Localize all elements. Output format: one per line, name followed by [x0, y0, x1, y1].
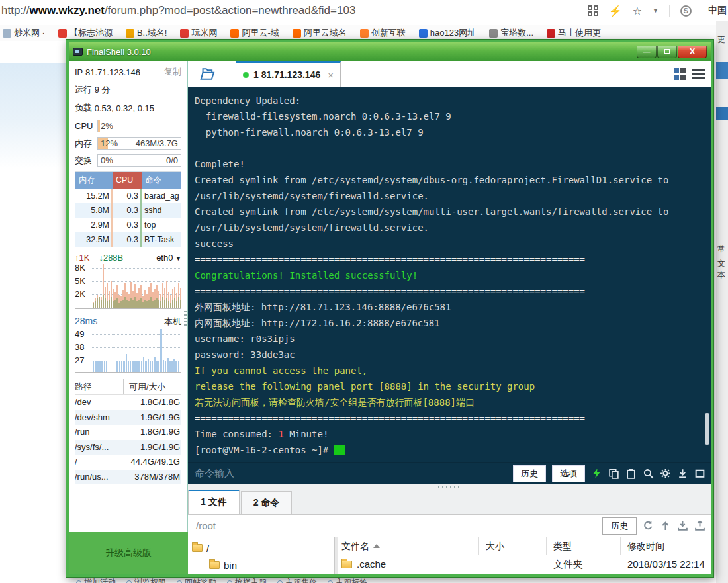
- copy-icon[interactable]: [608, 468, 619, 479]
- bookmark-item[interactable]: 玩米网: [180, 27, 217, 39]
- file-path-bar: /root 历史: [188, 515, 711, 537]
- directory-tree[interactable]: /bin: [188, 537, 335, 574]
- ping-bar: [136, 361, 138, 372]
- file-col-size[interactable]: 大小: [479, 537, 547, 555]
- maximize-button[interactable]: [657, 46, 677, 58]
- bookmark-item[interactable]: 宝塔数...: [489, 27, 533, 39]
- upload-tray-icon[interactable]: [694, 520, 705, 531]
- terminal-line: If you cannot access the panel,: [195, 363, 711, 379]
- disk-path: /dev/shm: [75, 410, 124, 426]
- bottom-tab-commands[interactable]: 2 命令: [241, 491, 293, 514]
- process-table[interactable]: 内存 CPU 命令 15.2M0.3barad_ag5.8M0.3sshd2.9…: [75, 171, 181, 247]
- process-col-cmd[interactable]: 命令: [142, 172, 181, 189]
- tree-item[interactable]: /: [188, 539, 334, 557]
- file-table[interactable]: 文件名 大小 类型 修改时间 .cache文件夹2018/03/15 22:14: [335, 537, 711, 574]
- command-input[interactable]: 命令输入: [195, 467, 234, 480]
- download-icon[interactable]: [677, 468, 688, 479]
- bookmark-item[interactable]: B..域名!: [126, 27, 167, 39]
- net-down-bar: [170, 303, 171, 308]
- qr-code-icon[interactable]: [588, 5, 598, 16]
- star-icon[interactable]: ☆: [633, 5, 642, 17]
- forum-option-link[interactable]: 增加活动: [76, 577, 116, 583]
- command-input-bar[interactable]: 命令输入 历史 选项: [188, 462, 711, 484]
- forum-option-link[interactable]: 主题标签: [328, 577, 367, 583]
- disk-row[interactable]: /sys/fs/...1.9G/1.9G: [75, 440, 181, 455]
- terminal-line: 若无法访问面板，请检查防火墙/安全组是否有放行面板[8888]端口: [195, 394, 711, 410]
- up-icon[interactable]: [660, 520, 671, 531]
- copy-ip-button[interactable]: 复制: [164, 66, 181, 78]
- minimize-button[interactable]: —: [637, 46, 657, 58]
- tree-scrollbar[interactable]: [335, 537, 338, 574]
- session-tab[interactable]: 1 81.71.123.146 ×: [236, 61, 341, 87]
- lightning-icon[interactable]: [591, 468, 602, 479]
- history-button[interactable]: 历史: [513, 465, 546, 482]
- process-col-cpu[interactable]: CPU: [113, 172, 142, 189]
- dropdown-icon[interactable]: ▼: [653, 7, 659, 14]
- file-col-mtime[interactable]: 修改时间: [621, 537, 711, 555]
- sidebar-splitter-handle[interactable]: [184, 311, 187, 326]
- path-input[interactable]: /root: [196, 520, 216, 531]
- file-row[interactable]: .cache文件夹2018/03/15 22:14: [335, 555, 711, 574]
- url-text[interactable]: http://www.wkzy.net/forum.php?mod=post&a…: [0, 4, 355, 17]
- window-icon[interactable]: [694, 468, 705, 479]
- bookmark-item[interactable]: hao123网址: [419, 27, 476, 39]
- interface-dropdown[interactable]: eth0 ▼: [156, 253, 181, 263]
- menu-icon[interactable]: [692, 69, 705, 79]
- ping-bar: [163, 360, 164, 372]
- bookmark-favicon-icon: [230, 29, 239, 38]
- ping-host-dropdown[interactable]: 本机: [164, 316, 181, 328]
- bookmark-item[interactable]: 创新互联: [360, 27, 406, 39]
- bookmark-item[interactable]: 阿里云-域: [230, 27, 279, 39]
- panel-resize-handle[interactable]: [188, 484, 711, 490]
- browser-url-bar[interactable]: http://www.wkzy.net/forum.php?mod=post&a…: [0, 0, 728, 21]
- lightning-icon[interactable]: ⚡: [609, 5, 622, 17]
- terminal-output[interactable]: Dependency Updated: firewalld-filesystem…: [188, 87, 711, 462]
- disk-row[interactable]: /dev/shm1.9G/1.9G: [75, 410, 181, 426]
- file-col-name[interactable]: 文件名: [335, 537, 479, 555]
- upgrade-button[interactable]: 升级高级版: [69, 532, 188, 574]
- gear-icon[interactable]: [660, 468, 671, 479]
- sogou-logo-icon[interactable]: S: [680, 5, 692, 17]
- bookmark-item[interactable]: 【标志池源: [58, 27, 113, 39]
- terminal-scrollbar[interactable]: [705, 413, 709, 445]
- process-col-mem[interactable]: 内存: [75, 172, 113, 189]
- bookmark-item[interactable]: 马上使用更: [547, 27, 601, 39]
- bookmark-item[interactable]: 炒米网 ·: [3, 27, 45, 39]
- forum-option-link[interactable]: 回帖奖励: [177, 577, 216, 583]
- bars: [93, 264, 181, 308]
- close-button[interactable]: X: [678, 46, 707, 58]
- process-row[interactable]: 15.2M0.3barad_ag: [75, 189, 181, 203]
- layout-grid-icon[interactable]: [674, 68, 686, 80]
- forum-option-link[interactable]: 主题售价: [277, 577, 317, 583]
- disk-row[interactable]: /44.4G/49.1G: [75, 455, 181, 470]
- process-row[interactable]: 32.5M0.3BT-Task: [75, 232, 181, 247]
- disk-table[interactable]: 路径 可用/大小 /dev1.8G/1.8G/dev/shm1.9G/1.9G/…: [75, 379, 181, 484]
- file-col-type[interactable]: 类型: [547, 537, 621, 555]
- bookmark-favicon-icon: [180, 29, 189, 38]
- disk-row[interactable]: /run/us...378M/378M: [75, 470, 181, 485]
- bottom-tab-files[interactable]: 1 文件: [188, 489, 240, 514]
- close-tab-icon[interactable]: ×: [328, 69, 334, 81]
- paste-icon[interactable]: [625, 468, 637, 479]
- process-row[interactable]: 2.9M0.3top: [75, 218, 181, 232]
- forum-option-link[interactable]: 抢楼主题: [227, 577, 267, 583]
- chevron-down-icon: ▼: [175, 255, 181, 262]
- window-titlebar[interactable]: FinalShell 3.0.10 — X: [69, 42, 711, 61]
- disk-col-size[interactable]: 可用/大小: [124, 379, 181, 394]
- options-button[interactable]: 选项: [552, 465, 585, 482]
- search-icon[interactable]: [643, 468, 654, 479]
- path-history-button[interactable]: 历史: [602, 517, 637, 535]
- download-tray-icon[interactable]: [677, 520, 688, 531]
- disk-row[interactable]: /run1.8G/1.9G: [75, 425, 181, 440]
- ip-label: IP 81.71.123.146: [75, 67, 140, 77]
- tree-item[interactable]: bin: [188, 557, 334, 574]
- disk-col-path[interactable]: 路径: [75, 379, 124, 394]
- forum-option-link[interactable]: 浏览权限: [126, 577, 166, 583]
- browser-menu-text[interactable]: 中国: [708, 5, 727, 17]
- open-connection-manager-button[interactable]: [188, 61, 226, 87]
- bookmark-item[interactable]: 阿里云域名: [293, 27, 347, 39]
- terminal-line: /usr/lib/systemd/system/firewalld.servic…: [195, 188, 711, 204]
- refresh-icon[interactable]: [643, 520, 654, 531]
- disk-row[interactable]: /dev1.8G/1.8G: [75, 395, 181, 410]
- process-row[interactable]: 5.8M0.3sshd: [75, 203, 181, 218]
